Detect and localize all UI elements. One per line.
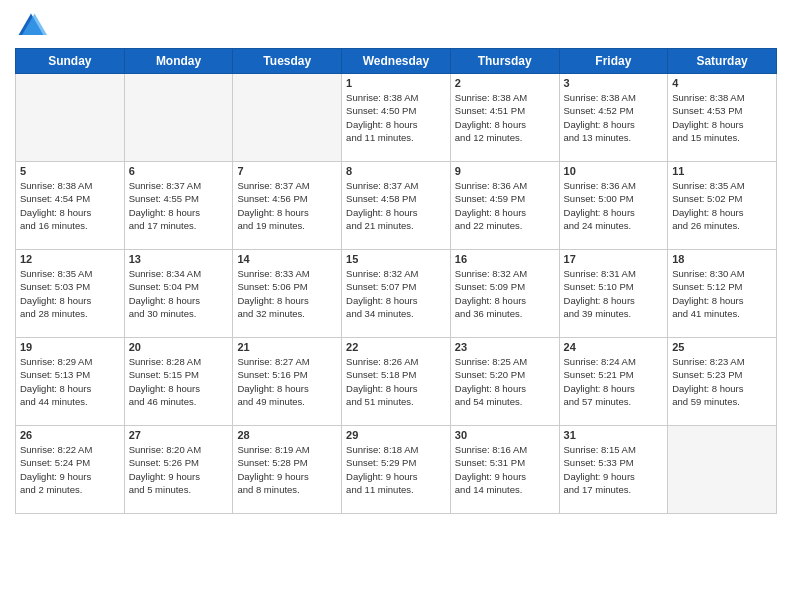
day-cell: 11Sunrise: 8:35 AM Sunset: 5:02 PM Dayli…	[668, 162, 777, 250]
day-number: 28	[237, 429, 337, 441]
day-info: Sunrise: 8:15 AM Sunset: 5:33 PM Dayligh…	[564, 443, 664, 496]
day-info: Sunrise: 8:26 AM Sunset: 5:18 PM Dayligh…	[346, 355, 446, 408]
day-info: Sunrise: 8:28 AM Sunset: 5:15 PM Dayligh…	[129, 355, 229, 408]
calendar-header-row: SundayMondayTuesdayWednesdayThursdayFrid…	[16, 49, 777, 74]
day-header-tuesday: Tuesday	[233, 49, 342, 74]
day-number: 3	[564, 77, 664, 89]
day-header-saturday: Saturday	[668, 49, 777, 74]
day-number: 7	[237, 165, 337, 177]
day-number: 15	[346, 253, 446, 265]
calendar-week-3: 12Sunrise: 8:35 AM Sunset: 5:03 PM Dayli…	[16, 250, 777, 338]
day-number: 11	[672, 165, 772, 177]
day-cell: 27Sunrise: 8:20 AM Sunset: 5:26 PM Dayli…	[124, 426, 233, 514]
day-number: 18	[672, 253, 772, 265]
day-number: 9	[455, 165, 555, 177]
day-info: Sunrise: 8:38 AM Sunset: 4:51 PM Dayligh…	[455, 91, 555, 144]
day-cell: 13Sunrise: 8:34 AM Sunset: 5:04 PM Dayli…	[124, 250, 233, 338]
day-info: Sunrise: 8:24 AM Sunset: 5:21 PM Dayligh…	[564, 355, 664, 408]
day-cell: 15Sunrise: 8:32 AM Sunset: 5:07 PM Dayli…	[342, 250, 451, 338]
day-info: Sunrise: 8:33 AM Sunset: 5:06 PM Dayligh…	[237, 267, 337, 320]
day-info: Sunrise: 8:31 AM Sunset: 5:10 PM Dayligh…	[564, 267, 664, 320]
day-number: 14	[237, 253, 337, 265]
header	[15, 10, 777, 42]
day-info: Sunrise: 8:27 AM Sunset: 5:16 PM Dayligh…	[237, 355, 337, 408]
day-number: 5	[20, 165, 120, 177]
day-info: Sunrise: 8:37 AM Sunset: 4:55 PM Dayligh…	[129, 179, 229, 232]
day-cell	[124, 74, 233, 162]
day-number: 22	[346, 341, 446, 353]
day-number: 27	[129, 429, 229, 441]
day-cell: 14Sunrise: 8:33 AM Sunset: 5:06 PM Dayli…	[233, 250, 342, 338]
calendar-week-4: 19Sunrise: 8:29 AM Sunset: 5:13 PM Dayli…	[16, 338, 777, 426]
page: SundayMondayTuesdayWednesdayThursdayFrid…	[0, 0, 792, 612]
day-cell	[233, 74, 342, 162]
day-info: Sunrise: 8:32 AM Sunset: 5:07 PM Dayligh…	[346, 267, 446, 320]
day-cell: 28Sunrise: 8:19 AM Sunset: 5:28 PM Dayli…	[233, 426, 342, 514]
day-number: 16	[455, 253, 555, 265]
day-cell: 24Sunrise: 8:24 AM Sunset: 5:21 PM Dayli…	[559, 338, 668, 426]
day-info: Sunrise: 8:36 AM Sunset: 4:59 PM Dayligh…	[455, 179, 555, 232]
day-number: 10	[564, 165, 664, 177]
calendar-week-1: 1Sunrise: 8:38 AM Sunset: 4:50 PM Daylig…	[16, 74, 777, 162]
day-cell: 31Sunrise: 8:15 AM Sunset: 5:33 PM Dayli…	[559, 426, 668, 514]
day-info: Sunrise: 8:37 AM Sunset: 4:58 PM Dayligh…	[346, 179, 446, 232]
day-number: 24	[564, 341, 664, 353]
day-cell: 26Sunrise: 8:22 AM Sunset: 5:24 PM Dayli…	[16, 426, 125, 514]
day-number: 4	[672, 77, 772, 89]
calendar-body: 1Sunrise: 8:38 AM Sunset: 4:50 PM Daylig…	[16, 74, 777, 514]
day-info: Sunrise: 8:38 AM Sunset: 4:53 PM Dayligh…	[672, 91, 772, 144]
day-number: 1	[346, 77, 446, 89]
day-cell: 17Sunrise: 8:31 AM Sunset: 5:10 PM Dayli…	[559, 250, 668, 338]
day-number: 26	[20, 429, 120, 441]
day-cell	[668, 426, 777, 514]
day-cell: 16Sunrise: 8:32 AM Sunset: 5:09 PM Dayli…	[450, 250, 559, 338]
calendar-week-5: 26Sunrise: 8:22 AM Sunset: 5:24 PM Dayli…	[16, 426, 777, 514]
day-cell: 10Sunrise: 8:36 AM Sunset: 5:00 PM Dayli…	[559, 162, 668, 250]
day-number: 20	[129, 341, 229, 353]
day-cell: 5Sunrise: 8:38 AM Sunset: 4:54 PM Daylig…	[16, 162, 125, 250]
day-cell: 4Sunrise: 8:38 AM Sunset: 4:53 PM Daylig…	[668, 74, 777, 162]
day-info: Sunrise: 8:19 AM Sunset: 5:28 PM Dayligh…	[237, 443, 337, 496]
day-cell: 12Sunrise: 8:35 AM Sunset: 5:03 PM Dayli…	[16, 250, 125, 338]
day-number: 23	[455, 341, 555, 353]
day-header-monday: Monday	[124, 49, 233, 74]
day-cell: 2Sunrise: 8:38 AM Sunset: 4:51 PM Daylig…	[450, 74, 559, 162]
day-cell: 7Sunrise: 8:37 AM Sunset: 4:56 PM Daylig…	[233, 162, 342, 250]
day-header-wednesday: Wednesday	[342, 49, 451, 74]
day-info: Sunrise: 8:30 AM Sunset: 5:12 PM Dayligh…	[672, 267, 772, 320]
day-number: 17	[564, 253, 664, 265]
day-header-sunday: Sunday	[16, 49, 125, 74]
day-info: Sunrise: 8:35 AM Sunset: 5:02 PM Dayligh…	[672, 179, 772, 232]
day-cell: 19Sunrise: 8:29 AM Sunset: 5:13 PM Dayli…	[16, 338, 125, 426]
day-info: Sunrise: 8:25 AM Sunset: 5:20 PM Dayligh…	[455, 355, 555, 408]
day-info: Sunrise: 8:22 AM Sunset: 5:24 PM Dayligh…	[20, 443, 120, 496]
day-info: Sunrise: 8:32 AM Sunset: 5:09 PM Dayligh…	[455, 267, 555, 320]
day-info: Sunrise: 8:18 AM Sunset: 5:29 PM Dayligh…	[346, 443, 446, 496]
day-info: Sunrise: 8:38 AM Sunset: 4:54 PM Dayligh…	[20, 179, 120, 232]
day-cell: 18Sunrise: 8:30 AM Sunset: 5:12 PM Dayli…	[668, 250, 777, 338]
day-cell	[16, 74, 125, 162]
day-number: 25	[672, 341, 772, 353]
calendar-week-2: 5Sunrise: 8:38 AM Sunset: 4:54 PM Daylig…	[16, 162, 777, 250]
day-header-thursday: Thursday	[450, 49, 559, 74]
day-info: Sunrise: 8:37 AM Sunset: 4:56 PM Dayligh…	[237, 179, 337, 232]
day-info: Sunrise: 8:34 AM Sunset: 5:04 PM Dayligh…	[129, 267, 229, 320]
day-number: 21	[237, 341, 337, 353]
day-header-friday: Friday	[559, 49, 668, 74]
day-cell: 9Sunrise: 8:36 AM Sunset: 4:59 PM Daylig…	[450, 162, 559, 250]
day-number: 31	[564, 429, 664, 441]
day-cell: 29Sunrise: 8:18 AM Sunset: 5:29 PM Dayli…	[342, 426, 451, 514]
day-cell: 1Sunrise: 8:38 AM Sunset: 4:50 PM Daylig…	[342, 74, 451, 162]
day-info: Sunrise: 8:36 AM Sunset: 5:00 PM Dayligh…	[564, 179, 664, 232]
day-cell: 30Sunrise: 8:16 AM Sunset: 5:31 PM Dayli…	[450, 426, 559, 514]
day-number: 8	[346, 165, 446, 177]
day-info: Sunrise: 8:23 AM Sunset: 5:23 PM Dayligh…	[672, 355, 772, 408]
day-number: 13	[129, 253, 229, 265]
day-cell: 6Sunrise: 8:37 AM Sunset: 4:55 PM Daylig…	[124, 162, 233, 250]
day-number: 2	[455, 77, 555, 89]
day-info: Sunrise: 8:16 AM Sunset: 5:31 PM Dayligh…	[455, 443, 555, 496]
day-info: Sunrise: 8:35 AM Sunset: 5:03 PM Dayligh…	[20, 267, 120, 320]
day-info: Sunrise: 8:38 AM Sunset: 4:50 PM Dayligh…	[346, 91, 446, 144]
day-cell: 25Sunrise: 8:23 AM Sunset: 5:23 PM Dayli…	[668, 338, 777, 426]
day-cell: 22Sunrise: 8:26 AM Sunset: 5:18 PM Dayli…	[342, 338, 451, 426]
